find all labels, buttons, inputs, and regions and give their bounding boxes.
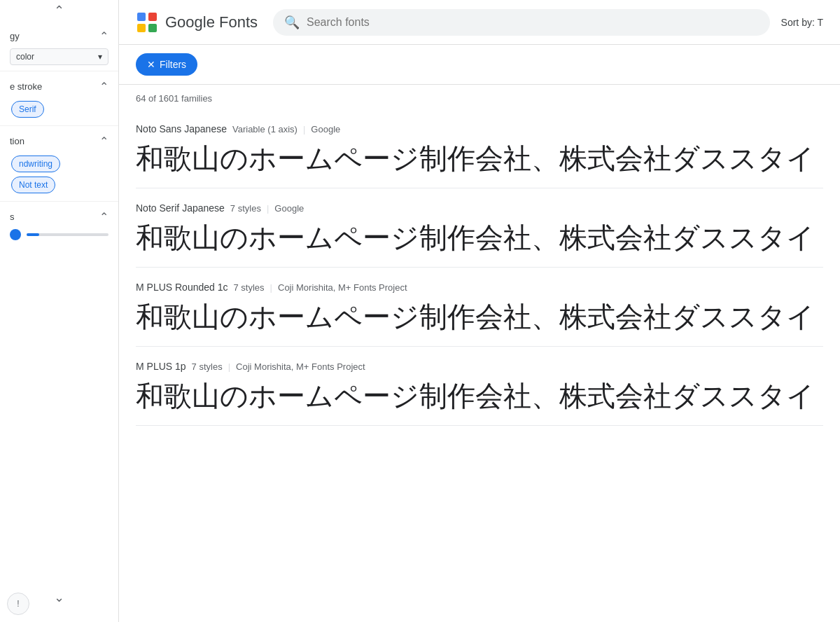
slider-track[interactable] (27, 233, 108, 236)
sort-area[interactable]: Sort by: T (781, 17, 823, 28)
font-card-0[interactable]: Noto Sans Japanese Variable (1 axis) | G… (136, 109, 823, 188)
font-card-2[interactable]: M PLUS Rounded 1c 7 styles | Coji Morish… (136, 268, 823, 347)
font-detail1-3: 7 styles (192, 361, 223, 372)
font-preview-0: 和歌山のホームページ制作会社、株式会社ダススタイ (136, 140, 823, 177)
sidebar-section-classification: tion ⌃ ndwriting Not text (0, 126, 118, 202)
logo-text: Google Fonts (165, 13, 258, 32)
slider-fill (27, 233, 39, 236)
sidebar: ⌃ gy ⌃ color ▾ e stroke ⌃ Serif tion ⌃ n… (0, 0, 119, 622)
svg-rect-3 (148, 24, 157, 32)
font-detail2-3: Coji Morishita, M+ Fonts Project (236, 361, 365, 372)
dropdown-arrow-icon: ▾ (98, 52, 102, 62)
svg-rect-0 (137, 13, 146, 21)
families-count: 64 of 1601 families (136, 85, 823, 109)
font-detail1-0: Variable (1 axis) (232, 124, 298, 134)
font-name-3: M PLUS 1p (136, 361, 186, 372)
chevron-icon-classification[interactable]: ⌃ (99, 134, 108, 148)
font-meta-3: M PLUS 1p 7 styles | Coji Morishita, M+ … (136, 361, 823, 372)
sidebar-section-technology: gy ⌃ color ▾ (0, 21, 118, 71)
sidebar-section-title-classification: tion (10, 136, 24, 146)
font-preview-1: 和歌山のホームページ制作会社、株式会社ダススタイ (136, 219, 823, 256)
chevron-icon-size[interactable]: ⌃ (99, 210, 108, 223)
font-meta-1: Noto Serif Japanese 7 styles | Google (136, 202, 823, 214)
font-name-2: M PLUS Rounded 1c (136, 282, 228, 293)
filters-button-label: Filters (160, 59, 186, 70)
sidebar-section-size: s ⌃ (0, 202, 118, 246)
font-sep-0: | (303, 124, 305, 134)
font-preview-2: 和歌山のホームページ制作会社、株式会社ダススタイ (136, 298, 823, 335)
font-sep-2: | (270, 282, 272, 293)
sidebar-section-title-technology: gy (10, 31, 20, 41)
font-name-0: Noto Sans Japanese (136, 123, 227, 134)
chip-handwriting[interactable]: ndwriting (11, 156, 60, 172)
font-meta-2: M PLUS Rounded 1c 7 styles | Coji Morish… (136, 282, 823, 293)
header: Google Fonts 🔍 Sort by: T (119, 0, 840, 45)
sidebar-section-title-size: s (10, 212, 15, 222)
search-input[interactable] (307, 16, 759, 29)
font-detail1-2: 7 styles (234, 282, 265, 293)
font-detail2-1: Google (274, 203, 304, 214)
chip-not-text[interactable]: Not text (11, 177, 55, 193)
font-detail2-2: Coji Morishita, M+ Fonts Project (278, 282, 407, 293)
font-card-1[interactable]: Noto Serif Japanese 7 styles | Google 和歌… (136, 188, 823, 268)
chip-serif[interactable]: Serif (11, 101, 44, 118)
font-sep-3: | (228, 361, 230, 372)
font-sep-1: | (267, 203, 269, 214)
font-detail2-0: Google (311, 124, 340, 134)
sidebar-section-title-stroke: e stroke (10, 81, 42, 92)
sort-label: Sort by: T (781, 17, 823, 28)
close-icon: ✕ (147, 59, 155, 70)
feedback-button[interactable]: ! (7, 593, 29, 615)
slider-handle[interactable] (10, 229, 21, 240)
font-name-1: Noto Serif Japanese (136, 202, 225, 214)
filters-button[interactable]: ✕ Filters (136, 53, 197, 76)
svg-rect-2 (137, 24, 146, 32)
technology-dropdown-label: color (16, 52, 34, 62)
sidebar-scroll-up[interactable]: ⌃ (0, 0, 118, 21)
search-icon: 🔍 (284, 15, 300, 30)
font-preview-3: 和歌山のホームページ制作会社、株式会社ダススタイ (136, 378, 823, 414)
technology-dropdown[interactable]: color ▾ (10, 48, 108, 65)
font-card-3[interactable]: M PLUS 1p 7 styles | Coji Morishita, M+ … (136, 347, 823, 426)
font-detail1-1: 7 styles (230, 203, 261, 214)
feedback-icon: ! (17, 599, 19, 609)
chevron-icon-stroke[interactable]: ⌃ (99, 80, 108, 93)
chevron-down-icon: ⌄ (54, 590, 64, 605)
filter-bar: ✕ Filters (119, 45, 840, 85)
chevron-up-icon: ⌃ (54, 3, 64, 18)
logo-area: Google Fonts (136, 11, 262, 34)
google-fonts-logo-icon (136, 11, 158, 34)
main-content: Google Fonts 🔍 Sort by: T ✕ Filters 64 o… (119, 0, 840, 622)
search-bar: 🔍 (273, 9, 770, 36)
chevron-icon-technology[interactable]: ⌃ (99, 29, 108, 43)
sidebar-section-stroke: e stroke ⌃ Serif (0, 71, 118, 126)
font-meta-0: Noto Sans Japanese Variable (1 axis) | G… (136, 123, 823, 134)
svg-rect-1 (148, 13, 157, 21)
font-list: 64 of 1601 families Noto Sans Japanese V… (119, 85, 840, 622)
